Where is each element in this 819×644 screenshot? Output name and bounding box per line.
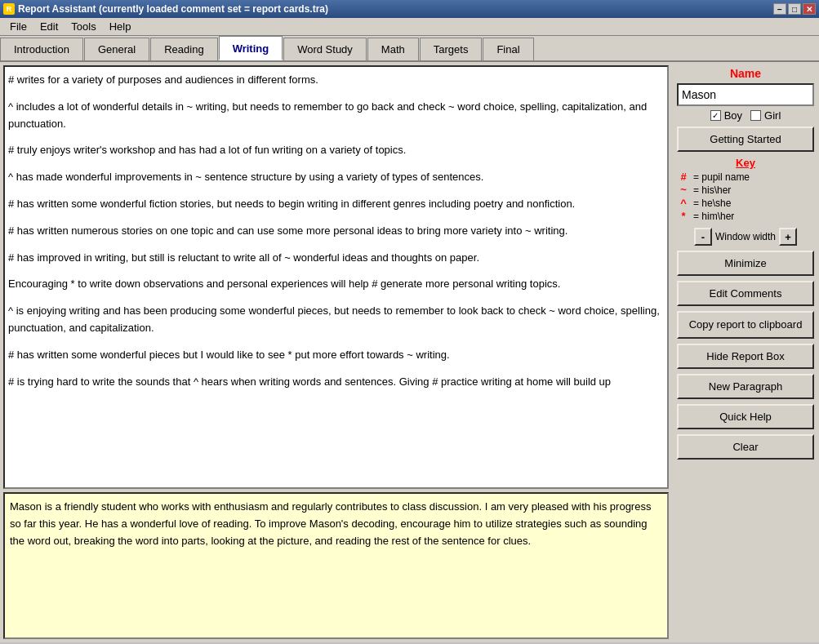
tab-general[interactable]: General: [84, 38, 149, 60]
clear-button[interactable]: Clear: [677, 434, 814, 460]
menu-help[interactable]: Help: [103, 19, 138, 34]
name-input[interactable]: [677, 83, 814, 106]
tab-introduction[interactable]: Introduction: [0, 38, 83, 60]
report-textarea[interactable]: [10, 499, 662, 633]
key-title: Key: [677, 157, 814, 169]
title-bar-controls: − □ ✕: [773, 3, 816, 15]
title-bar: R Report Assistant (currently loaded com…: [0, 0, 819, 18]
key-desc-hash: = pupil name: [693, 171, 750, 183]
comment-area[interactable]: # writes for a variety of purposes and a…: [3, 65, 669, 489]
key-row-tilde: ~ = his\her: [677, 184, 814, 196]
key-row-hash: # = pupil name: [677, 171, 814, 183]
title-bar-left: R Report Assistant (currently loaded com…: [3, 3, 328, 15]
key-desc-caret: = he\she: [693, 198, 731, 209]
report-area-wrapper[interactable]: [3, 492, 669, 639]
key-section: Key # = pupil name ~ = his\her ^ = he\sh…: [677, 157, 814, 223]
window-width-label: Window width: [715, 231, 776, 242]
menu-bar: File Edit Tools Help: [0, 18, 819, 36]
tab-reading[interactable]: Reading: [150, 38, 217, 60]
title-bar-text: Report Assistant (currently loaded comme…: [18, 3, 328, 15]
tab-writing[interactable]: Writing: [219, 36, 283, 60]
maximize-window-button[interactable]: □: [788, 3, 801, 15]
name-section: Name ✓ Boy Girl: [677, 67, 814, 122]
quick-help-button[interactable]: Quick Help: [677, 404, 814, 429]
copy-report-button[interactable]: Copy report to clipboard: [677, 311, 814, 339]
close-window-button[interactable]: ✕: [803, 3, 816, 15]
getting-started-button[interactable]: Getting Started: [677, 127, 814, 152]
boy-option[interactable]: ✓ Boy: [710, 109, 742, 122]
menu-edit[interactable]: Edit: [33, 19, 65, 34]
left-panel: # writes for a variety of purposes and a…: [0, 62, 672, 642]
main-content: # writes for a variety of purposes and a…: [0, 62, 819, 642]
key-symbol-hash: #: [677, 171, 690, 183]
edit-comments-button[interactable]: Edit Comments: [677, 281, 814, 306]
app-icon: R: [3, 3, 15, 15]
right-panel: Name ✓ Boy Girl Getting Started Key # = …: [672, 62, 819, 642]
tab-bar: Introduction General Reading Writing Wor…: [0, 36, 819, 62]
tab-word-study[interactable]: Word Study: [283, 38, 367, 60]
minimize-button[interactable]: Minimize: [677, 251, 814, 276]
window-width-increase-button[interactable]: +: [779, 228, 797, 246]
window-width-decrease-button[interactable]: -: [694, 228, 712, 246]
tab-math[interactable]: Math: [367, 38, 419, 60]
boy-checkbox[interactable]: ✓: [710, 110, 721, 121]
hide-report-button[interactable]: Hide Report Box: [677, 344, 814, 369]
menu-tools[interactable]: Tools: [65, 19, 102, 34]
window-width-row: - Window width +: [677, 228, 814, 246]
boy-label: Boy: [724, 109, 742, 122]
girl-label: Girl: [764, 109, 781, 122]
key-desc-star: = him\her: [693, 211, 734, 222]
girl-option[interactable]: Girl: [750, 109, 781, 122]
menu-file[interactable]: File: [3, 19, 33, 34]
gender-row: ✓ Boy Girl: [677, 109, 814, 122]
key-symbol-star: *: [677, 210, 690, 222]
girl-checkbox[interactable]: [750, 110, 761, 121]
key-symbol-tilde: ~: [677, 184, 690, 196]
new-paragraph-button[interactable]: New Paragraph: [677, 374, 814, 399]
key-symbol-caret: ^: [677, 197, 690, 209]
name-label: Name: [677, 67, 814, 80]
minimize-window-button[interactable]: −: [773, 3, 786, 15]
tab-final[interactable]: Final: [483, 38, 533, 60]
tab-targets[interactable]: Targets: [420, 38, 483, 60]
key-row-caret: ^ = he\she: [677, 197, 814, 209]
key-desc-tilde: = his\her: [693, 184, 731, 196]
key-row-star: * = him\her: [677, 210, 814, 222]
